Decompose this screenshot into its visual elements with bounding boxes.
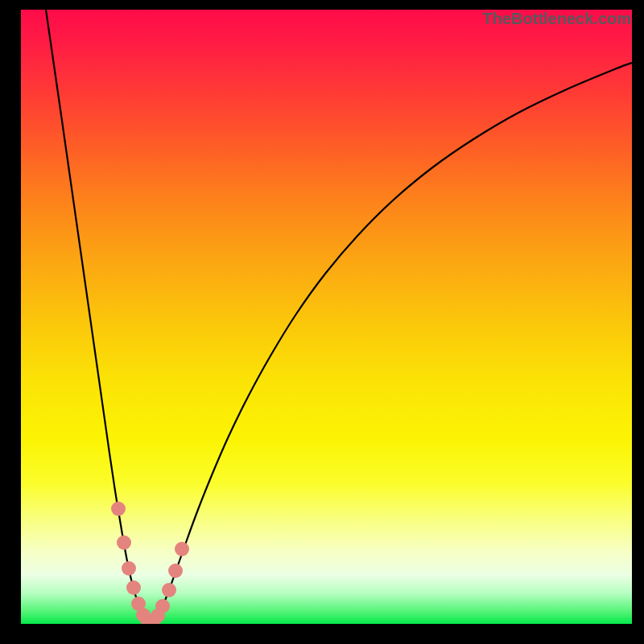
highlight-dot — [126, 580, 141, 595]
highlight-dot — [168, 564, 183, 578]
highlight-dot — [155, 599, 170, 613]
highlight-dot — [111, 502, 126, 516]
highlight-dot — [162, 583, 176, 597]
highlight-dot — [175, 542, 189, 556]
highlight-dot — [122, 561, 136, 576]
chart-frame: TheBottleneck.com — [0, 0, 644, 644]
highlight-dot — [117, 535, 131, 550]
marker-layer — [21, 10, 632, 624]
watermark-text: TheBottleneck.com — [483, 10, 631, 28]
highlight-markers — [111, 502, 189, 624]
